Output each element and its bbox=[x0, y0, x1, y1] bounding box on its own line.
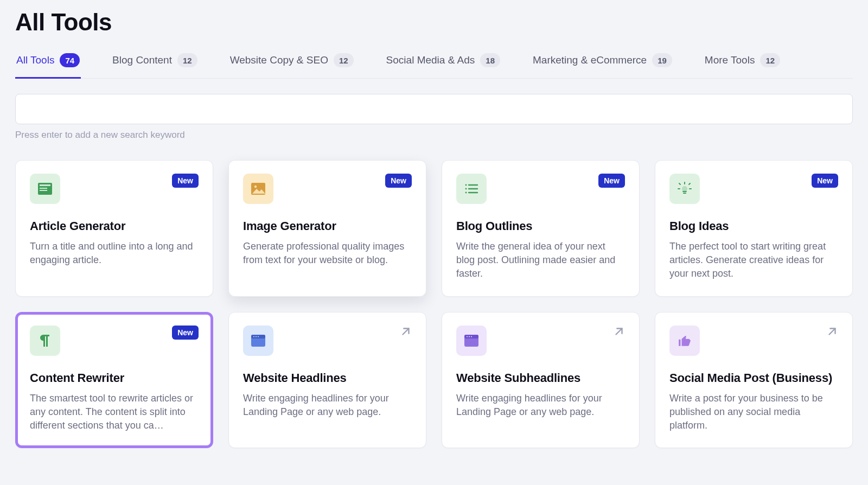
tool-card-website-headlines[interactable]: Website Headlines Write engaging headlin… bbox=[228, 312, 426, 449]
card-description: Turn a title and outline into a long and… bbox=[30, 240, 199, 267]
tool-card-article-generator[interactable]: New Article Generator Turn a title and o… bbox=[15, 160, 213, 297]
tab-label: Marketing & eCommerce bbox=[533, 54, 647, 66]
tab-label: More Tools bbox=[705, 54, 755, 66]
tab-blog-content[interactable]: Blog Content 12 bbox=[111, 48, 199, 79]
article-icon bbox=[30, 174, 60, 204]
svg-line-17 bbox=[689, 183, 690, 184]
card-title: Social Media Post (Business) bbox=[669, 371, 838, 385]
svg-point-5 bbox=[254, 186, 257, 188]
paragraph-icon bbox=[30, 326, 60, 356]
tab-label: Blog Content bbox=[112, 54, 172, 66]
svg-point-26 bbox=[467, 336, 468, 337]
svg-point-22 bbox=[258, 336, 259, 337]
svg-point-21 bbox=[256, 336, 257, 337]
tools-grid: New Article Generator Turn a title and o… bbox=[15, 160, 853, 448]
card-title: Blog Ideas bbox=[669, 219, 838, 233]
card-header bbox=[456, 326, 625, 356]
svg-rect-2 bbox=[40, 188, 47, 189]
tab-label: Website Copy & SEO bbox=[230, 54, 328, 66]
tabs: All Tools 74 Blog Content 12 Website Cop… bbox=[15, 48, 853, 79]
card-description: Write a post for your business to be pub… bbox=[669, 392, 838, 433]
svg-point-8 bbox=[465, 188, 467, 190]
tool-card-website-subheadlines[interactable]: Website Subheadlines Write engaging head… bbox=[442, 312, 640, 449]
idea-icon bbox=[669, 174, 700, 204]
svg-line-29 bbox=[616, 328, 622, 334]
new-badge: New bbox=[172, 174, 199, 188]
arrow-up-right-icon bbox=[826, 326, 838, 337]
svg-point-12 bbox=[682, 186, 687, 192]
svg-line-30 bbox=[829, 328, 835, 334]
arrow-up-right-icon bbox=[613, 326, 625, 337]
tab-count: 74 bbox=[60, 53, 80, 67]
card-description: Write engaging headlines for your Landin… bbox=[456, 392, 625, 419]
card-header: New bbox=[243, 174, 412, 204]
svg-line-23 bbox=[403, 328, 409, 334]
tab-count: 12 bbox=[334, 53, 354, 67]
svg-point-6 bbox=[465, 184, 467, 186]
tab-count: 19 bbox=[652, 53, 672, 67]
browser-icon bbox=[243, 326, 273, 356]
card-description: Write the general idea of your next blog… bbox=[456, 240, 625, 281]
arrow-up-right-icon bbox=[400, 326, 412, 337]
card-title: Blog Outlines bbox=[456, 219, 625, 233]
new-badge: New bbox=[812, 174, 838, 188]
tab-more-tools[interactable]: More Tools 12 bbox=[704, 48, 781, 79]
new-badge: New bbox=[385, 174, 412, 188]
search-input[interactable] bbox=[15, 94, 853, 124]
tool-card-image-generator[interactable]: New Image Generator Generate professiona… bbox=[228, 160, 426, 297]
image-icon bbox=[243, 174, 273, 204]
tab-marketing-ecommerce[interactable]: Marketing & eCommerce 19 bbox=[532, 48, 673, 79]
tool-card-blog-ideas[interactable]: New Blog Ideas The perfect tool to start… bbox=[655, 160, 853, 297]
thumbs-up-icon bbox=[669, 326, 700, 356]
card-title: Content Rewriter bbox=[30, 371, 199, 385]
svg-rect-1 bbox=[40, 184, 50, 186]
search-section: Press enter to add a new search keyword bbox=[15, 94, 853, 141]
card-title: Article Generator bbox=[30, 219, 199, 233]
tab-all-tools[interactable]: All Tools 74 bbox=[15, 48, 81, 79]
card-description: Write engaging headlines for your Landin… bbox=[243, 392, 412, 419]
list-icon bbox=[456, 174, 487, 204]
card-header: New bbox=[30, 174, 199, 204]
card-description: The smartest tool to rewrite articles or… bbox=[30, 392, 199, 433]
browser-icon bbox=[456, 326, 487, 356]
card-title: Image Generator bbox=[243, 219, 412, 233]
svg-point-10 bbox=[465, 192, 467, 194]
card-title: Website Subheadlines bbox=[456, 371, 625, 385]
svg-point-20 bbox=[253, 336, 254, 337]
tab-label: All Tools bbox=[16, 54, 54, 66]
tool-card-social-media-post-business[interactable]: Social Media Post (Business) Write a pos… bbox=[655, 312, 853, 449]
tab-count: 12 bbox=[760, 53, 780, 67]
card-description: The perfect tool to start writing great … bbox=[669, 240, 838, 281]
tool-card-content-rewriter[interactable]: New Content Rewriter The smartest tool t… bbox=[15, 312, 213, 449]
new-badge: New bbox=[598, 174, 625, 188]
svg-rect-3 bbox=[40, 190, 47, 191]
page-title: All Tools bbox=[15, 9, 853, 36]
svg-point-27 bbox=[469, 336, 470, 337]
tool-card-blog-outlines[interactable]: New Blog Outlines Write the general idea… bbox=[442, 160, 640, 297]
tab-count: 12 bbox=[177, 53, 197, 67]
card-header: New bbox=[669, 174, 838, 204]
tab-social-media-ads[interactable]: Social Media & Ads 18 bbox=[385, 48, 501, 79]
card-description: Generate professional quality images fro… bbox=[243, 240, 412, 267]
card-header bbox=[243, 326, 412, 356]
card-header: New bbox=[30, 326, 199, 356]
tab-count: 18 bbox=[480, 53, 500, 67]
svg-point-28 bbox=[471, 336, 472, 337]
svg-line-16 bbox=[679, 183, 680, 184]
new-badge: New bbox=[172, 326, 199, 340]
card-title: Website Headlines bbox=[243, 371, 412, 385]
card-header bbox=[669, 326, 838, 356]
tab-website-copy-seo[interactable]: Website Copy & SEO 12 bbox=[229, 48, 355, 79]
tab-label: Social Media & Ads bbox=[386, 54, 475, 66]
search-hint: Press enter to add a new search keyword bbox=[15, 130, 853, 141]
card-header: New bbox=[456, 174, 625, 204]
